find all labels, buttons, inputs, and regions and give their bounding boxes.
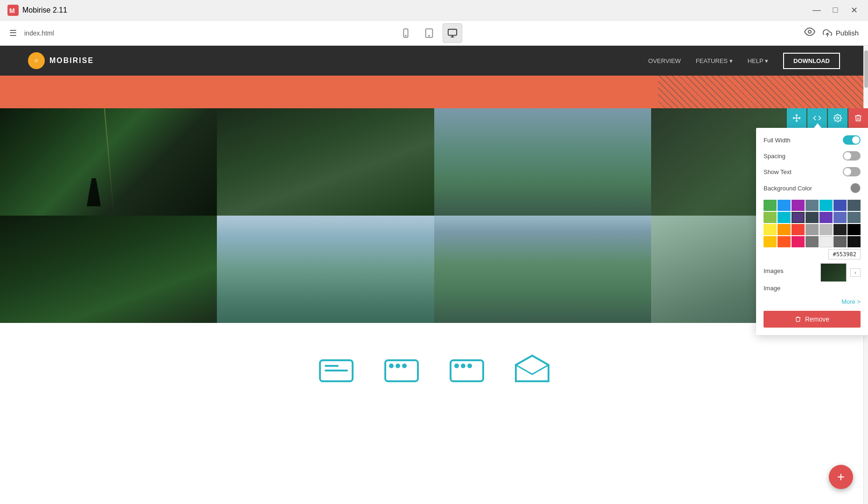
more-link[interactable]: More > bbox=[764, 298, 861, 305]
images-row: Images ‹ bbox=[764, 263, 861, 282]
bottom-icon-2 bbox=[383, 356, 420, 384]
palette-color-10[interactable] bbox=[792, 212, 805, 223]
svg-point-15 bbox=[837, 117, 839, 119]
gallery-img-5 bbox=[0, 216, 217, 323]
image-label-row: Image bbox=[764, 285, 861, 292]
palette-color-23[interactable] bbox=[778, 236, 791, 247]
palette-color-26[interactable] bbox=[819, 236, 833, 247]
gallery-img-2 bbox=[217, 108, 434, 216]
palette-color-21[interactable] bbox=[847, 224, 861, 235]
toolbar: ☰ index.html bbox=[0, 21, 868, 46]
app-title: Mobirise 2.11 bbox=[22, 6, 67, 14]
remove-icon bbox=[795, 316, 801, 322]
title-bar-controls: — □ ✕ bbox=[810, 4, 861, 17]
palette-color-18[interactable] bbox=[806, 224, 819, 235]
palette-color-25[interactable] bbox=[806, 236, 819, 247]
palette-color-11[interactable] bbox=[806, 212, 819, 223]
show-text-toggle[interactable] bbox=[843, 167, 861, 176]
svg-text:M: M bbox=[9, 7, 15, 14]
scrollbar-thumb[interactable] bbox=[864, 50, 868, 88]
palette-color-16[interactable] bbox=[778, 224, 791, 235]
remove-button[interactable]: Remove bbox=[764, 311, 861, 328]
gallery-img-6 bbox=[217, 216, 434, 323]
palette-color-3[interactable] bbox=[792, 200, 805, 211]
palette-color-13[interactable] bbox=[833, 212, 847, 223]
images-section: Images ‹ Image More > bbox=[764, 263, 861, 305]
gallery-settings-button[interactable] bbox=[828, 108, 847, 128]
palette-color-20[interactable] bbox=[833, 224, 847, 235]
bottom-icon-1 bbox=[318, 356, 355, 384]
hex-display-area: #553982 bbox=[764, 249, 861, 259]
nav-download-button[interactable]: DOWNLOAD bbox=[783, 53, 840, 69]
gallery-cell-7 bbox=[434, 216, 651, 323]
maximize-button[interactable]: □ bbox=[829, 4, 842, 17]
site-nav: MOBIRISE OVERVIEW FEATURES ▾ HELP ▾ DOWN… bbox=[0, 46, 868, 76]
mobile-view-button[interactable] bbox=[396, 23, 416, 43]
show-text-knob bbox=[844, 168, 851, 175]
palette-color-8[interactable] bbox=[764, 212, 777, 223]
palette-color-1[interactable] bbox=[764, 200, 777, 211]
settings-panel: Full Width Spacing Show Text bbox=[756, 128, 868, 335]
svg-point-25 bbox=[461, 364, 465, 368]
palette-color-15[interactable] bbox=[764, 224, 777, 235]
desktop-view-button[interactable] bbox=[443, 23, 462, 43]
gallery-img-7 bbox=[434, 216, 651, 323]
palette-color-17[interactable] bbox=[792, 224, 805, 235]
nav-features[interactable]: FEATURES ▾ bbox=[696, 57, 733, 64]
icon-4 bbox=[514, 353, 551, 386]
spacing-toggle[interactable] bbox=[843, 151, 861, 161]
palette-color-5[interactable] bbox=[819, 200, 833, 211]
palette-color-19[interactable] bbox=[819, 224, 833, 235]
full-width-knob bbox=[852, 136, 860, 144]
svg-point-20 bbox=[389, 364, 394, 368]
full-width-row: Full Width bbox=[764, 135, 861, 145]
minimize-button[interactable]: — bbox=[810, 4, 823, 17]
image-thumbnail[interactable] bbox=[820, 263, 847, 282]
svg-point-3 bbox=[405, 35, 406, 36]
palette-color-22[interactable] bbox=[764, 236, 777, 247]
gallery-grid bbox=[0, 108, 868, 323]
gallery-delete-button[interactable] bbox=[848, 108, 868, 128]
palette-color-14[interactable] bbox=[847, 212, 861, 223]
close-button[interactable]: ✕ bbox=[847, 4, 861, 17]
nav-overview[interactable]: OVERVIEW bbox=[648, 57, 681, 64]
add-section-button[interactable]: + bbox=[829, 465, 853, 489]
palette-color-28[interactable] bbox=[847, 236, 861, 247]
gallery-cell-6 bbox=[217, 216, 434, 323]
menu-button[interactable]: ☰ bbox=[9, 28, 17, 38]
gallery-cell-5 bbox=[0, 216, 217, 323]
tablet-view-button[interactable] bbox=[419, 23, 439, 43]
bottom-icon-3 bbox=[448, 356, 486, 384]
palette-color-9[interactable] bbox=[778, 212, 791, 223]
app-logo: M Mobirise 2.11 bbox=[7, 5, 67, 16]
palette-color-12[interactable] bbox=[819, 212, 833, 223]
palette-color-27[interactable] bbox=[833, 236, 847, 247]
title-bar: M Mobirise 2.11 — □ ✕ bbox=[0, 0, 868, 21]
svg-rect-17 bbox=[325, 365, 339, 367]
gallery-cell-3 bbox=[434, 108, 651, 216]
remove-label: Remove bbox=[805, 315, 829, 323]
full-width-label: Full Width bbox=[764, 137, 791, 144]
app-logo-icon: M bbox=[7, 5, 19, 16]
full-width-toggle[interactable] bbox=[843, 135, 861, 145]
svg-point-24 bbox=[454, 364, 459, 368]
icon-1 bbox=[318, 356, 355, 384]
bg-color-row: Background Color bbox=[764, 183, 861, 193]
show-text-row: Show Text bbox=[764, 167, 861, 176]
preview-button[interactable] bbox=[804, 26, 815, 40]
palette-color-24[interactable] bbox=[792, 236, 805, 247]
gallery-cell-2 bbox=[217, 108, 434, 216]
palette-color-4[interactable] bbox=[806, 200, 819, 211]
site-nav-links: OVERVIEW FEATURES ▾ HELP ▾ DOWNLOAD bbox=[648, 53, 840, 69]
bg-color-swatch[interactable] bbox=[850, 183, 861, 193]
gallery-container: Full Width Spacing Show Text bbox=[0, 108, 868, 323]
svg-rect-18 bbox=[325, 370, 348, 371]
palette-color-2[interactable] bbox=[778, 200, 791, 211]
nav-help[interactable]: HELP ▾ bbox=[748, 57, 768, 64]
panel-arrow bbox=[814, 123, 821, 128]
prev-image-button[interactable]: ‹ bbox=[850, 268, 861, 277]
palette-color-6[interactable] bbox=[833, 200, 847, 211]
palette-color-7[interactable] bbox=[847, 200, 861, 211]
publish-button[interactable]: Publish bbox=[823, 28, 859, 38]
gallery-arrows-button[interactable] bbox=[787, 108, 806, 128]
